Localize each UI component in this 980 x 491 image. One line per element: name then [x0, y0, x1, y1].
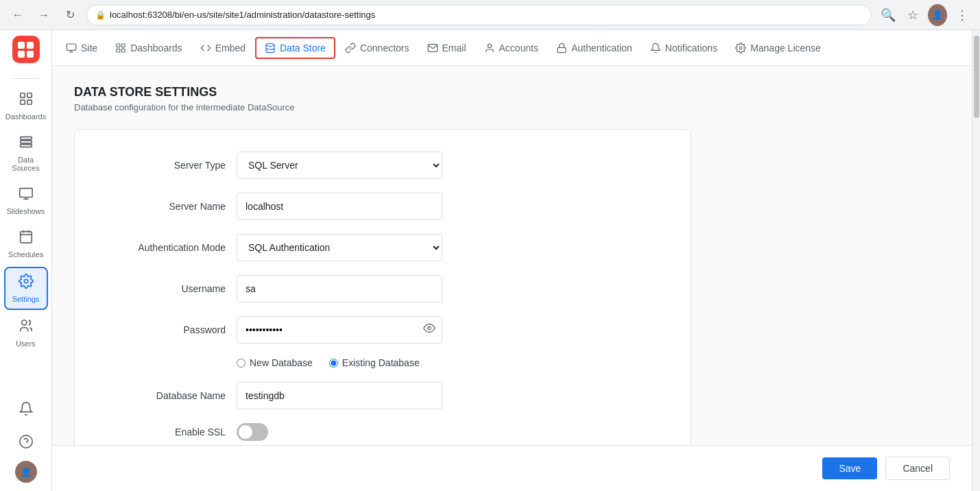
- password-label: Password: [102, 324, 226, 335]
- accounts-icon: [484, 43, 495, 53]
- browser-chrome: ← → ↻ 🔒 localhost:63208/bi/en-us/site/si…: [0, 0, 980, 30]
- sidebar-user-avatar[interactable]: 👤: [15, 461, 37, 483]
- bookmark-icon[interactable]: ☆: [903, 5, 922, 25]
- sidebar: Dashboards Data Sources Slideshows: [0, 30, 52, 491]
- app-logo[interactable]: [12, 36, 40, 63]
- sidebar-item-data-sources[interactable]: Data Sources: [4, 129, 48, 178]
- cancel-button[interactable]: Cancel: [885, 457, 950, 480]
- nav-site-label: Site: [81, 43, 97, 53]
- server-type-row: Server Type SQL Server PostgreSQL MySQL …: [102, 152, 663, 179]
- username-row: Username: [102, 275, 663, 302]
- browser-right-icons: 🔍 ☆ 👤 ⋮: [879, 5, 972, 25]
- server-name-input[interactable]: [237, 193, 442, 220]
- password-toggle-button[interactable]: [423, 322, 435, 338]
- new-database-option[interactable]: New Database: [237, 357, 313, 368]
- svg-rect-21: [117, 44, 120, 47]
- back-button[interactable]: ←: [8, 5, 27, 25]
- sidebar-item-settings[interactable]: Settings: [4, 267, 48, 310]
- scrollbar-thumb[interactable]: [974, 36, 979, 118]
- nav-connectors[interactable]: Connectors: [337, 38, 418, 58]
- sidebar-help-icon[interactable]: [12, 428, 40, 455]
- sidebar-item-slideshows[interactable]: Slideshows: [4, 180, 48, 221]
- svg-point-14: [24, 279, 28, 283]
- data-sources-icon: [19, 134, 34, 153]
- url-text: localhost:63208/bi/en-us/site/site1/admi…: [110, 10, 375, 20]
- manage-license-icon: [735, 43, 746, 53]
- svg-point-26: [488, 44, 491, 47]
- ssl-toggle[interactable]: [237, 423, 268, 441]
- svg-point-15: [21, 320, 26, 325]
- nav-notifications[interactable]: Notifications: [642, 38, 726, 58]
- user-avatar[interactable]: 👤: [928, 4, 947, 26]
- auth-icon: [556, 43, 567, 53]
- nav-manage-license[interactable]: Manage License: [727, 38, 829, 58]
- new-database-radio[interactable]: [237, 359, 246, 368]
- db-name-row: Database Name: [102, 382, 663, 409]
- auth-mode-select[interactable]: SQL Authentication Windows Authenticatio…: [237, 234, 442, 261]
- server-type-select[interactable]: SQL Server PostgreSQL MySQL Oracle: [237, 152, 442, 179]
- db-name-label: Database Name: [102, 390, 226, 401]
- form-card: Server Type SQL Server PostgreSQL MySQL …: [74, 129, 691, 445]
- nav-embed[interactable]: Embed: [192, 38, 254, 58]
- db-options-row: New Database Existing Database: [102, 357, 663, 368]
- svg-point-28: [739, 47, 742, 49]
- existing-database-option[interactable]: Existing Database: [329, 357, 420, 368]
- nav-data-store[interactable]: Data Store: [255, 37, 335, 59]
- nav-authentication-label: Authentication: [571, 43, 632, 53]
- sidebar-item-schedules[interactable]: Schedules: [4, 224, 48, 264]
- save-button[interactable]: Save: [822, 457, 877, 479]
- connectors-icon: [345, 43, 356, 53]
- nav-site[interactable]: Site: [58, 38, 106, 58]
- existing-database-label: Existing Database: [342, 357, 420, 368]
- menu-icon[interactable]: ⋮: [953, 5, 972, 25]
- sidebar-label-users: Users: [16, 339, 36, 348]
- schedules-icon: [19, 229, 34, 248]
- refresh-button[interactable]: ↻: [60, 5, 80, 25]
- svg-point-29: [428, 326, 431, 330]
- nav-dashboards-label: Dashboards: [130, 43, 182, 53]
- settings-icon: [19, 274, 34, 292]
- forward-button[interactable]: →: [34, 5, 53, 25]
- sidebar-item-users[interactable]: Users: [4, 313, 48, 353]
- page-subtitle: Database configuration for the intermedi…: [74, 102, 950, 112]
- sidebar-item-dashboards[interactable]: Dashboards: [4, 86, 48, 126]
- nav-authentication[interactable]: Authentication: [548, 38, 641, 58]
- page-footer: Save Cancel: [52, 445, 972, 491]
- address-bar[interactable]: 🔒 localhost:63208/bi/en-us/site/site1/ad…: [86, 5, 872, 25]
- svg-rect-22: [121, 44, 125, 47]
- svg-rect-4: [20, 137, 32, 140]
- existing-database-radio[interactable]: [329, 359, 338, 368]
- sidebar-label-slideshows: Slideshows: [7, 207, 45, 215]
- password-wrapper: [237, 316, 442, 344]
- sidebar-bottom: 👤: [12, 395, 40, 483]
- nav-dashboards[interactable]: Dashboards: [107, 38, 191, 58]
- main-content: Site Dashboards Embed Data Store Connect…: [52, 30, 972, 491]
- nav-email-label: Email: [442, 43, 466, 53]
- svg-rect-7: [19, 189, 32, 197]
- sidebar-notifications-icon[interactable]: [12, 395, 40, 422]
- svg-rect-3: [27, 100, 31, 104]
- nav-email[interactable]: Email: [419, 38, 475, 58]
- username-input[interactable]: [237, 275, 442, 302]
- embed-icon: [200, 43, 211, 53]
- sidebar-label-settings: Settings: [12, 295, 40, 303]
- data-store-icon: [265, 43, 276, 53]
- users-icon: [19, 318, 34, 337]
- slideshows-icon: [19, 186, 34, 204]
- ssl-label: Enable SSL: [102, 427, 226, 438]
- nav-manage-license-label: Manage License: [750, 43, 821, 53]
- notifications-nav-icon: [650, 43, 661, 53]
- scrollbar[interactable]: [972, 30, 980, 491]
- nav-accounts[interactable]: Accounts: [476, 38, 547, 58]
- auth-mode-label: Authentication Mode: [102, 242, 226, 253]
- db-name-input[interactable]: [237, 382, 442, 409]
- lock-icon: 🔒: [95, 10, 106, 20]
- password-input[interactable]: [237, 316, 442, 344]
- profile-icon[interactable]: 👤: [928, 5, 947, 25]
- sidebar-label-schedules: Schedules: [8, 250, 43, 259]
- server-name-label: Server Name: [102, 201, 226, 212]
- nav-notifications-label: Notifications: [665, 43, 717, 53]
- search-icon[interactable]: 🔍: [879, 5, 898, 25]
- server-name-row: Server Name: [102, 193, 663, 220]
- new-database-label: New Database: [250, 357, 313, 368]
